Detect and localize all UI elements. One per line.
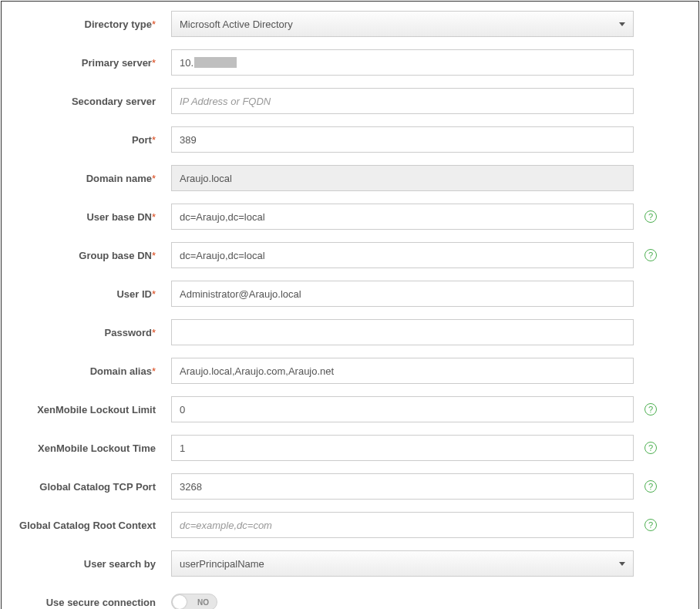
- row-domain-name: Domain name* Araujo.local: [17, 165, 683, 191]
- gc-tcp-port-input[interactable]: [171, 473, 634, 500]
- lockout-limit-input[interactable]: [171, 396, 634, 422]
- row-gc-tcp-port: Global Catalog TCP Port ?: [17, 473, 683, 500]
- label-text: Global Catalog Root Context: [19, 520, 156, 531]
- redacted-block: [194, 57, 237, 68]
- help-icon[interactable]: ?: [644, 210, 657, 223]
- required-marker: *: [152, 173, 156, 184]
- row-password: Password*: [17, 319, 683, 345]
- row-port: Port*: [17, 126, 683, 153]
- required-marker: *: [152, 365, 156, 377]
- label-text: Directory type: [85, 19, 152, 30]
- row-user-base-dn: User base DN* ?: [17, 204, 683, 230]
- row-directory-type: Directory type* Microsoft Active Directo…: [17, 11, 683, 37]
- label-text: User base DN: [86, 211, 152, 223]
- row-user-search-by: User search by userPrincipalName: [17, 550, 683, 577]
- label-group-base-dn: Group base DN*: [17, 250, 171, 261]
- chevron-down-icon: [619, 22, 625, 26]
- row-user-id: User ID*: [17, 281, 683, 307]
- user-id-input[interactable]: [171, 281, 634, 307]
- primary-server-prefix: 10.: [180, 57, 194, 69]
- label-gc-tcp-port: Global Catalog TCP Port: [17, 481, 171, 493]
- label-secondary-server: Secondary server: [17, 96, 171, 107]
- row-lockout-time: XenMobile Lockout Time ?: [17, 435, 683, 461]
- label-lockout-limit: XenMobile Lockout Limit: [17, 404, 171, 416]
- label-password: Password*: [17, 327, 171, 338]
- secondary-server-input[interactable]: [171, 88, 634, 114]
- toggle-label: NO: [197, 598, 209, 607]
- label-text: Global Catalog TCP Port: [39, 481, 156, 493]
- gc-root-context-input[interactable]: [171, 512, 634, 538]
- row-lockout-limit: XenMobile Lockout Limit ?: [17, 396, 683, 422]
- label-text: Port: [132, 134, 152, 146]
- label-lockout-time: XenMobile Lockout Time: [17, 442, 171, 454]
- required-marker: *: [152, 19, 156, 30]
- ldap-settings-form: Directory type* Microsoft Active Directo…: [1, 1, 699, 609]
- label-domain-name: Domain name*: [17, 173, 171, 184]
- row-group-base-dn: Group base DN* ?: [17, 242, 683, 268]
- required-marker: *: [152, 250, 156, 261]
- help-icon[interactable]: ?: [644, 249, 657, 261]
- required-marker: *: [152, 288, 156, 300]
- domain-name-field: Araujo.local: [171, 165, 634, 191]
- label-text: Secondary server: [72, 96, 156, 107]
- row-domain-alias: Domain alias*: [17, 358, 683, 384]
- row-secondary-server: Secondary server: [17, 88, 683, 114]
- label-text: Domain name: [86, 173, 152, 184]
- label-text: XenMobile Lockout Limit: [37, 404, 156, 416]
- label-user-search-by: User search by: [17, 558, 171, 570]
- toggle-knob: [173, 595, 187, 609]
- domain-alias-input[interactable]: [171, 358, 634, 384]
- label-text: User ID: [116, 288, 152, 300]
- lockout-time-input[interactable]: [171, 435, 634, 461]
- label-text: Domain alias: [90, 365, 152, 377]
- use-secure-toggle[interactable]: NO: [171, 594, 217, 609]
- select-value: userPrincipalName: [180, 558, 264, 570]
- directory-type-select[interactable]: Microsoft Active Directory: [171, 11, 634, 37]
- label-use-secure: Use secure connection: [17, 597, 171, 608]
- label-port: Port*: [17, 134, 171, 146]
- password-input[interactable]: [171, 319, 634, 345]
- help-icon[interactable]: ?: [644, 519, 657, 531]
- required-marker: *: [152, 211, 156, 223]
- label-directory-type: Directory type*: [17, 19, 171, 30]
- row-use-secure: Use secure connection NO: [17, 589, 683, 609]
- label-user-id: User ID*: [17, 288, 171, 300]
- help-icon[interactable]: ?: [644, 442, 657, 454]
- select-value: Microsoft Active Directory: [180, 19, 293, 30]
- label-text: Password: [105, 327, 152, 338]
- label-gc-root-context: Global Catalog Root Context: [17, 520, 171, 531]
- domain-name-value: Araujo.local: [180, 173, 232, 184]
- user-search-by-select[interactable]: userPrincipalName: [171, 550, 634, 577]
- required-marker: *: [152, 134, 156, 146]
- row-gc-root-context: Global Catalog Root Context ?: [17, 512, 683, 538]
- label-text: Primary server: [82, 57, 152, 69]
- label-text: User search by: [84, 558, 156, 570]
- port-input[interactable]: [171, 126, 634, 153]
- label-domain-alias: Domain alias*: [17, 365, 171, 377]
- label-primary-server: Primary server*: [17, 57, 171, 69]
- row-primary-server: Primary server* 10.: [17, 49, 683, 76]
- required-marker: *: [152, 327, 156, 338]
- label-user-base-dn: User base DN*: [17, 211, 171, 223]
- user-base-dn-input[interactable]: [171, 204, 634, 230]
- label-text: XenMobile Lockout Time: [38, 442, 156, 454]
- label-text: Group base DN: [79, 250, 152, 261]
- primary-server-input[interactable]: 10.: [171, 49, 634, 76]
- label-text: Use secure connection: [46, 597, 156, 608]
- help-icon[interactable]: ?: [644, 480, 657, 493]
- chevron-down-icon: [619, 562, 625, 566]
- group-base-dn-input[interactable]: [171, 242, 634, 268]
- help-icon[interactable]: ?: [644, 403, 657, 416]
- required-marker: *: [152, 57, 156, 69]
